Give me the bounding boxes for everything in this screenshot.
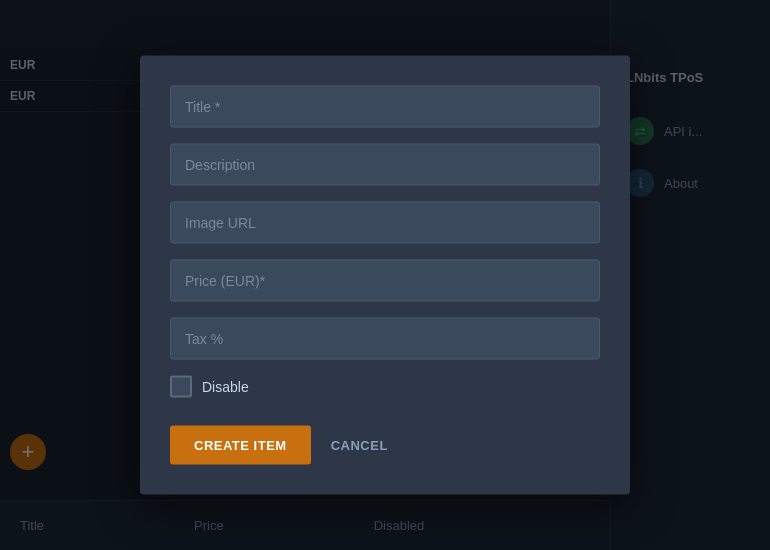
- price-input[interactable]: [170, 260, 600, 302]
- description-input[interactable]: [170, 144, 600, 186]
- cancel-button[interactable]: CANCEL: [331, 438, 388, 453]
- image-url-input[interactable]: [170, 202, 600, 244]
- price-field-container: [170, 260, 600, 302]
- disable-checkbox-row: Disable: [170, 376, 600, 398]
- title-input[interactable]: [170, 86, 600, 128]
- modal-actions: CREATE ITEM CANCEL: [170, 426, 600, 465]
- disable-checkbox[interactable]: [170, 376, 192, 398]
- title-field-container: [170, 86, 600, 128]
- disable-label: Disable: [202, 379, 249, 395]
- tax-field-container: [170, 318, 600, 360]
- create-item-button[interactable]: CREATE ITEM: [170, 426, 311, 465]
- description-field-container: [170, 144, 600, 186]
- create-item-modal: Disable CREATE ITEM CANCEL: [140, 56, 630, 495]
- tax-input[interactable]: [170, 318, 600, 360]
- image-url-field-container: [170, 202, 600, 244]
